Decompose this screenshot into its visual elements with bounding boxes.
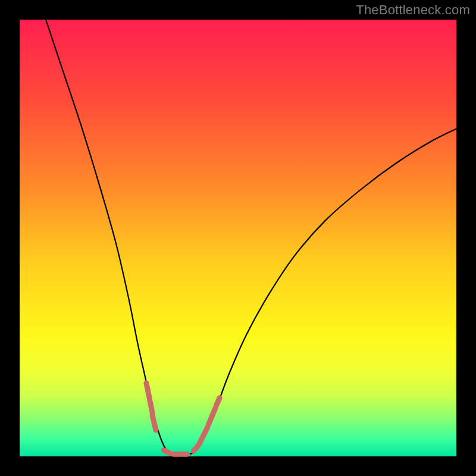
plot-background [20, 20, 456, 456]
threshold-marker-segment [164, 450, 171, 454]
threshold-marker-segment [216, 398, 220, 406]
attribution-text: TheBottleneck.com [356, 2, 470, 18]
bottleneck-chart [0, 0, 476, 476]
chart-container: TheBottleneck.com [0, 0, 476, 476]
threshold-marker-segment [152, 415, 156, 430]
